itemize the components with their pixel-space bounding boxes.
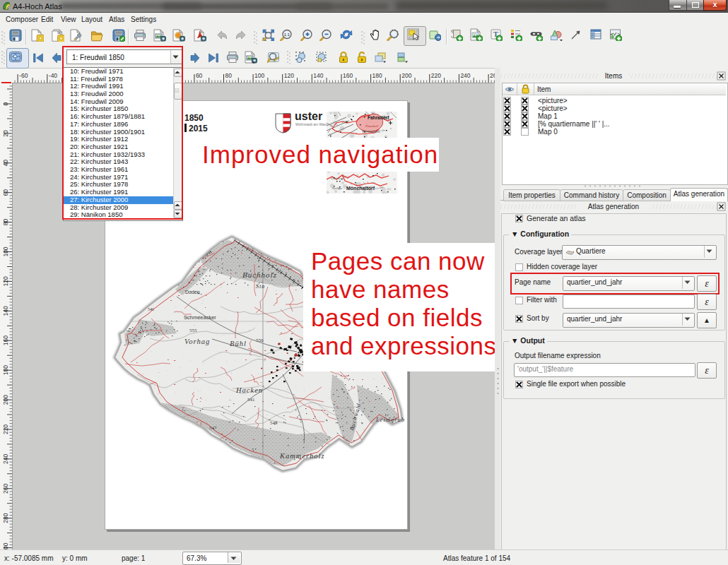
svg-text:550: 550: [256, 338, 264, 343]
svg-text:Vorhag: Vorhag: [184, 338, 210, 345]
svg-text:240: 240: [460, 72, 470, 79]
svg-text:Gerishau: Gerishau: [331, 177, 343, 180]
svg-text:80: 80: [225, 72, 233, 79]
svg-text:160: 160: [343, 72, 353, 79]
svg-text:-60: -60: [19, 72, 28, 79]
svg-text:Kammerholz: Kammerholz: [279, 452, 324, 460]
svg-text:140: 140: [313, 72, 323, 79]
svg-text:180: 180: [372, 72, 382, 79]
svg-text:200: 200: [401, 72, 411, 79]
svg-text:Buchholz: Buchholz: [242, 270, 277, 279]
svg-text:Sta: Sta: [256, 283, 265, 290]
svg-text:0: 0: [2, 102, 9, 105]
svg-text:555: 555: [189, 328, 197, 333]
svg-text:Wermatswil: Wermatswil: [362, 129, 380, 133]
svg-text:100: 100: [2, 246, 9, 256]
svg-text:547: 547: [209, 425, 217, 431]
svg-text:220: 220: [431, 72, 441, 79]
svg-text:Hacken: Hacken: [235, 386, 263, 394]
svg-text:60: 60: [2, 189, 9, 196]
svg-text:180: 180: [2, 365, 9, 375]
svg-text:Schmeeacker: Schmeeacker: [184, 314, 216, 321]
svg-text:541: 541: [247, 397, 255, 403]
svg-text:Items: Items: [605, 72, 622, 80]
svg-text:300: 300: [2, 542, 9, 549]
svg-text:100: 100: [254, 72, 264, 79]
svg-text:240: 240: [2, 454, 9, 464]
svg-text:120: 120: [284, 72, 294, 79]
svg-text:60: 60: [196, 72, 203, 79]
svg-text:40: 40: [2, 160, 9, 167]
svg-text:Rutiken: Rutiken: [331, 186, 342, 190]
svg-text:280: 280: [2, 513, 9, 523]
svg-text:Fahraltorf: Fahraltorf: [368, 115, 389, 120]
svg-text:Freudwil: Freudwil: [365, 124, 379, 128]
svg-text:20: 20: [2, 130, 9, 137]
svg-text:140: 140: [2, 306, 9, 316]
svg-text:Mönchaltorf: Mönchaltorf: [346, 186, 375, 191]
svg-text:Atlas generation: Atlas generation: [588, 203, 639, 210]
svg-text:80: 80: [2, 219, 9, 226]
svg-text:541: 541: [148, 307, 154, 311]
svg-text:220: 220: [2, 424, 9, 434]
svg-text:200: 200: [2, 395, 9, 405]
svg-text:260: 260: [490, 72, 495, 79]
svg-text:Leimgrub: Leimgrub: [375, 416, 405, 423]
svg-text:260: 260: [2, 483, 9, 493]
svg-text:120: 120: [2, 276, 9, 286]
svg-text:549: 549: [270, 420, 278, 426]
svg-text:1:1: 1:1: [284, 32, 290, 37]
svg-text:Duden: Duden: [185, 290, 200, 295]
svg-text:-40: -40: [49, 72, 58, 79]
svg-text:Bühl: Bühl: [230, 340, 247, 347]
svg-text:160: 160: [2, 335, 9, 345]
